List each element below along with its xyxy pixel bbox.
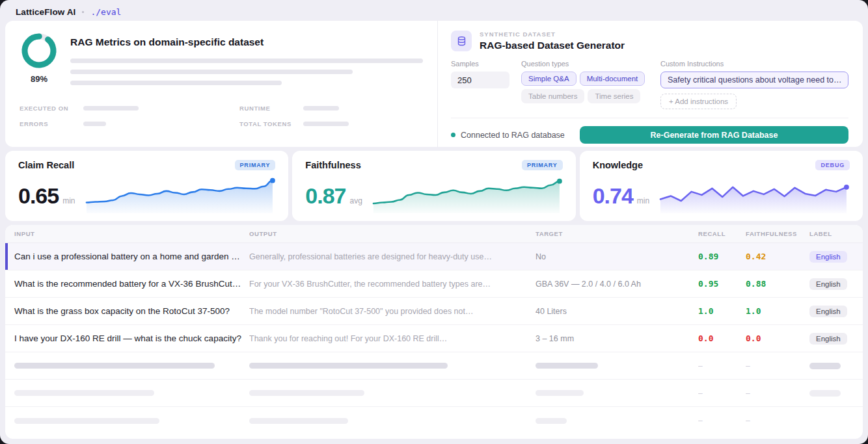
metric-value: 0.87 bbox=[305, 185, 346, 207]
metric-card-title: Claim Recall bbox=[18, 160, 74, 170]
skeleton-bar bbox=[536, 418, 567, 424]
samples-input[interactable] bbox=[451, 72, 509, 88]
table-row[interactable]: Can i use a professional battery on a ho… bbox=[5, 243, 863, 270]
metric-card-claim-recall[interactable]: Claim Recall PRIMARY 0.65 min bbox=[5, 151, 288, 221]
custom-instructions-input[interactable] bbox=[660, 72, 848, 88]
table-body: Can i use a professional battery on a ho… bbox=[5, 243, 863, 434]
table-row[interactable]: I have your DX-160 RE drill — what is th… bbox=[5, 325, 863, 352]
table-row-skeleton: –– bbox=[5, 380, 863, 407]
placeholder-dash: – bbox=[698, 361, 746, 371]
skeleton-line bbox=[70, 70, 353, 74]
dataset-generator-panel: SYNTHETIC DATASET RAG-based Dataset Gene… bbox=[437, 21, 863, 147]
skeleton-bar bbox=[14, 418, 159, 424]
metric-cards-row: Claim Recall PRIMARY 0.65 min Faithfulne… bbox=[5, 151, 863, 221]
results-table: INPUTOUTPUTTARGETRECALLFAITHFULNESSLABEL… bbox=[5, 225, 863, 439]
add-instructions-button[interactable]: + Add instructions bbox=[660, 94, 737, 109]
metric-value: 0.65 bbox=[18, 185, 59, 207]
placeholder-dash: – bbox=[746, 416, 809, 425]
question-types-label: Question types bbox=[521, 60, 649, 68]
skeleton-bar bbox=[303, 106, 339, 111]
metric-value: 0.74 bbox=[593, 185, 633, 207]
chip-table-numbers[interactable]: Table numbers bbox=[521, 89, 584, 103]
metric-card-badge: DEBUG bbox=[815, 160, 850, 170]
label-badge: English bbox=[809, 333, 847, 345]
skeleton-bar bbox=[809, 390, 841, 397]
stat-errors: ERRORS bbox=[20, 120, 203, 127]
cell-target: 3 – 16 mm bbox=[536, 334, 698, 343]
overview-and-generator-card: 89% RAG Metrics on domain-specific datas… bbox=[5, 21, 863, 147]
metric-card-faithfulness[interactable]: Faithfulness PRIMARY 0.87 avg bbox=[292, 151, 575, 221]
stat-label: ERRORS bbox=[20, 120, 83, 127]
cell-target: 40 Liters bbox=[536, 307, 698, 316]
metric-card-title: Knowledge bbox=[593, 160, 643, 170]
column-header-output: OUTPUT bbox=[249, 230, 536, 237]
sparkline-chart bbox=[85, 172, 276, 213]
column-header-faithfulness: FAITHFULNESS bbox=[746, 230, 809, 237]
skeleton-line bbox=[70, 81, 282, 85]
skeleton-bar bbox=[809, 363, 841, 369]
skeleton-bar bbox=[249, 418, 348, 424]
label-badge: English bbox=[809, 306, 847, 317]
metric-card-title: Faithfulness bbox=[305, 160, 360, 170]
cell-faithfulness: 0.42 bbox=[746, 252, 809, 261]
cell-output: Thank you for reaching out! For your DX-… bbox=[249, 334, 536, 343]
generator-title: RAG-based Dataset Generator bbox=[480, 40, 625, 51]
table-row[interactable]: What is the grass box capacity on the Ro… bbox=[5, 298, 863, 325]
regenerate-button[interactable]: Re-Generate from RAG Database bbox=[580, 126, 848, 144]
table-row-skeleton: –– bbox=[5, 407, 863, 434]
skeleton-bar bbox=[14, 390, 154, 396]
completion-donut-chart bbox=[21, 33, 57, 69]
table-row-skeleton: –– bbox=[5, 352, 863, 380]
connection-status: Connected to RAG database bbox=[451, 131, 565, 140]
sparkline-chart bbox=[658, 172, 850, 213]
skeleton-bar bbox=[536, 363, 598, 369]
cell-faithfulness: 1.0 bbox=[746, 306, 809, 316]
cell-input: What is the grass box capacity on the Ro… bbox=[5, 306, 249, 316]
column-header-input: INPUT bbox=[5, 230, 249, 237]
chip-time-series[interactable]: Time series bbox=[588, 89, 640, 103]
chip-simple-q-a[interactable]: Simple Q&A bbox=[521, 72, 576, 86]
chip-multi-document[interactable]: Multi-document bbox=[580, 72, 645, 86]
label-badge: English bbox=[809, 251, 847, 263]
stat-runtime: RUNTIME bbox=[239, 105, 423, 112]
cell-output: Generally, professional batteries are de… bbox=[249, 252, 536, 261]
metric-card-badge: PRIMARY bbox=[235, 160, 276, 170]
table-header-row: INPUTOUTPUTTARGETRECALLFAITHFULNESSLABEL bbox=[5, 225, 863, 243]
panel-kicker: SYNTHETIC DATASET bbox=[480, 31, 625, 38]
skeleton-bar bbox=[536, 390, 584, 396]
overview-skeleton-lines bbox=[70, 59, 423, 85]
cell-faithfulness: 0.0 bbox=[746, 333, 809, 343]
skeleton-bar bbox=[249, 363, 448, 369]
label-badge: English bbox=[809, 278, 847, 290]
topbar: LatticeFlow AI ./eval bbox=[5, 0, 863, 21]
skeleton-bar bbox=[303, 122, 349, 126]
database-icon bbox=[451, 31, 472, 51]
cell-input: I have your DX-160 RE drill — what is th… bbox=[5, 333, 249, 343]
stat-label: TOTAL TOKENS bbox=[239, 120, 303, 127]
table-row[interactable]: What is the recommended battery for a VX… bbox=[5, 270, 863, 298]
app-window: LatticeFlow AI ./eval 89% RAG Metrics on… bbox=[0, 0, 868, 444]
sparkline-chart bbox=[372, 172, 563, 213]
stat-label: EXECUTED ON bbox=[20, 105, 83, 112]
separator-dot bbox=[82, 11, 84, 13]
status-text: Connected to RAG database bbox=[461, 131, 565, 140]
cell-recall: 0.89 bbox=[698, 252, 746, 261]
cell-output: The model number "RotoCut 37-500" you pr… bbox=[249, 307, 536, 316]
metric-suffix: min bbox=[62, 196, 75, 205]
cell-faithfulness: 0.88 bbox=[746, 279, 809, 289]
skeleton-bar bbox=[249, 390, 364, 396]
placeholder-dash: – bbox=[746, 361, 809, 371]
custom-instructions-label: Custom Instructions bbox=[660, 60, 848, 68]
page-title: RAG Metrics on domain-specific dataset bbox=[70, 36, 423, 48]
skeleton-bar bbox=[14, 363, 215, 369]
cell-input: Can i use a professional battery on a ho… bbox=[5, 252, 249, 261]
stat-total-tokens: TOTAL TOKENS bbox=[239, 120, 423, 127]
stat-label: RUNTIME bbox=[239, 105, 303, 112]
cell-target: No bbox=[536, 252, 698, 261]
stat-executed-on: EXECUTED ON bbox=[20, 105, 203, 112]
cell-output: For your VX-36 BrushCutter, the recommen… bbox=[249, 280, 536, 289]
metric-card-knowledge[interactable]: Knowledge DEBUG 0.74 min bbox=[580, 151, 863, 221]
eval-path-link[interactable]: ./eval bbox=[90, 7, 121, 17]
question-type-chips: Simple Q&AMulti-documentTable numbersTim… bbox=[521, 72, 649, 103]
column-header-recall: RECALL bbox=[698, 230, 746, 237]
